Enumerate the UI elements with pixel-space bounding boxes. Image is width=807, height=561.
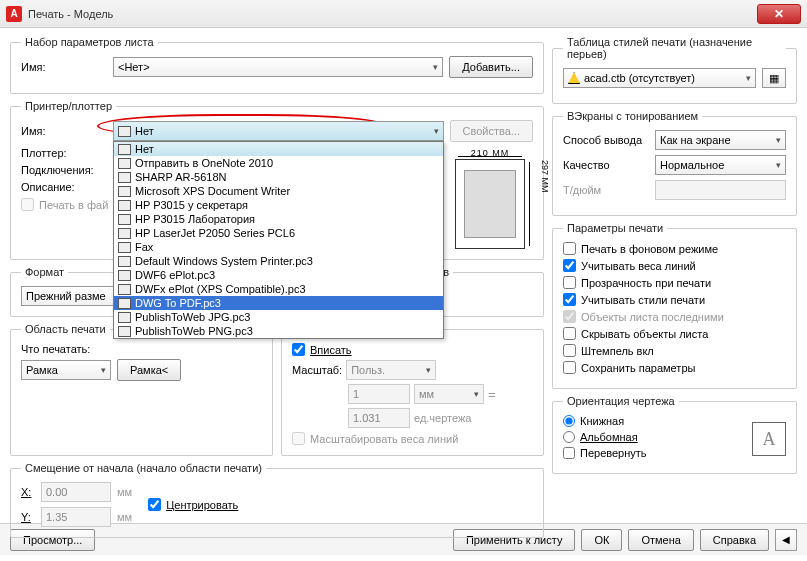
y-label: Y: — [21, 511, 35, 523]
dropdown-item[interactable]: DWFx ePlot (XPS Compatible).pc3 — [114, 282, 443, 296]
area-legend: Область печати — [21, 323, 110, 335]
printer-icon — [118, 214, 131, 225]
warning-icon — [568, 72, 580, 84]
print-options-group: Параметры печати Печать в фоновом режиме… — [552, 222, 797, 389]
dropdown-item[interactable]: PublishToWeb PNG.pc3 — [114, 324, 443, 338]
plotter-label: Плоттер: — [21, 147, 107, 159]
scale-lineweights-checkbox: Масштабировать веса линий — [292, 432, 533, 445]
close-button[interactable]: ✕ — [757, 4, 801, 24]
landscape-radio[interactable]: Альбомная — [563, 431, 744, 443]
print-option-checkbox[interactable]: Учитывать веса линий — [563, 259, 786, 272]
fit-checkbox[interactable]: Вписать — [292, 343, 533, 356]
printer-icon — [118, 158, 131, 169]
paper-preview: 210 MM 297 MM — [455, 159, 525, 249]
dropdown-item[interactable]: HP P3015 у секретаря — [114, 198, 443, 212]
cancel-button[interactable]: Отмена — [628, 529, 693, 551]
dropdown-item[interactable]: Отправить в OneNote 2010 — [114, 156, 443, 170]
scale-group: штао печат Вписать Масштаб: Польз. 1 мм … — [281, 323, 544, 456]
printer-icon — [118, 312, 131, 323]
dropdown-item[interactable]: SHARP AR-5618N — [114, 170, 443, 184]
paper-height: 297 MM — [540, 160, 550, 248]
scale-unit-input: 1 — [348, 384, 410, 404]
printer-combo[interactable]: Нет — [113, 121, 444, 141]
frame-button[interactable]: Рамка< — [117, 359, 181, 381]
shade-mode-label: Способ вывода — [563, 134, 649, 146]
dropdown-item[interactable]: Default Windows System Printer.pc3 — [114, 254, 443, 268]
dropdown-item-selected[interactable]: DWG To PDF.pc3 — [114, 296, 443, 310]
print-options-legend: Параметры печати — [563, 222, 667, 234]
add-page-setup-button[interactable]: Добавить... — [449, 56, 533, 78]
printer-icon — [118, 256, 131, 267]
printer-icon — [118, 186, 131, 197]
plot-area-combo[interactable]: Рамка — [21, 360, 111, 380]
description-label: Описание: — [21, 181, 107, 193]
dpi-input — [655, 180, 786, 200]
x-offset-input: 0.00 — [41, 482, 111, 502]
printer-icon — [118, 298, 131, 309]
printer-properties-button: Свойства... — [450, 120, 533, 142]
dropdown-item[interactable]: HP P3015 Лаборатория — [114, 212, 443, 226]
printer-group: Принтер/плоттер Имя: Нет Нет Отправить в… — [10, 100, 544, 260]
reverse-checkbox[interactable]: Перевернуть — [563, 447, 744, 459]
page-setup-combo[interactable]: <Нет> — [113, 57, 443, 77]
print-option-checkbox[interactable]: Печать в фоновом режиме — [563, 242, 786, 255]
shaded-viewport-group: ВЭкраны с тонированием Способ выводаКак … — [552, 110, 797, 216]
plot-styles-group: Таблица стилей печати (назначение перьев… — [552, 36, 797, 104]
quality-label: Качество — [563, 159, 649, 171]
page-setup-group: Набор параметров листа Имя: <Нет> Добави… — [10, 36, 544, 94]
page-setup-legend: Набор параметров листа — [21, 36, 158, 48]
printer-icon — [118, 144, 131, 155]
orientation-group: Ориентация чертежа Книжная Альбомная Пер… — [552, 395, 797, 474]
shade-mode-combo[interactable]: Как на экране — [655, 130, 786, 150]
dropdown-item[interactable]: PublishToWeb JPG.pc3 — [114, 310, 443, 324]
scale-combo: Польз. — [346, 360, 436, 380]
print-option-checkbox: Объекты листа последними — [563, 310, 786, 323]
dpi-label: Т/дюйм — [563, 184, 649, 196]
print-option-checkbox[interactable]: Учитывать стили печати — [563, 293, 786, 306]
connection-label: Подключения: — [21, 164, 107, 176]
printer-legend: Принтер/плоттер — [21, 100, 116, 112]
collapse-button[interactable]: ◀ — [775, 529, 797, 551]
printer-icon — [118, 284, 131, 295]
help-button[interactable]: Справка — [700, 529, 769, 551]
page-setup-name-label: Имя: — [21, 61, 107, 73]
plot-style-edit-button[interactable]: ▦ — [762, 68, 786, 88]
dropdown-item[interactable]: HP LaserJet P2050 Series PCL6 — [114, 226, 443, 240]
viewport-legend: ВЭкраны с тонированием — [563, 110, 702, 122]
printer-icon — [118, 200, 131, 211]
print-option-checkbox[interactable]: Штемпель вкл — [563, 344, 786, 357]
y-unit: мм — [117, 511, 132, 523]
dropdown-item[interactable]: Microsoft XPS Document Writer — [114, 184, 443, 198]
x-unit: мм — [117, 486, 132, 498]
printer-icon — [118, 326, 131, 337]
drawing-unit-label: ед.чертежа — [414, 412, 471, 424]
center-checkbox[interactable]: Центрировать — [148, 498, 238, 511]
orientation-preview-icon: A — [752, 422, 786, 456]
styles-legend: Таблица стилей печати (назначение перьев… — [563, 36, 786, 60]
ok-button[interactable]: ОК — [581, 529, 622, 551]
printer-icon — [118, 228, 131, 239]
offset-group: Смещение от начала (начало области печат… — [10, 462, 544, 538]
printer-icon — [118, 242, 131, 253]
titlebar: A Печать - Модель ✕ — [0, 0, 807, 28]
print-option-checkbox[interactable]: Скрывать объекты листа — [563, 327, 786, 340]
what-to-print-label: Что печатать: — [21, 343, 262, 355]
dropdown-item[interactable]: Fax — [114, 240, 443, 254]
scale-unit-combo: мм — [414, 384, 484, 404]
print-option-checkbox[interactable]: Прозрачность при печати — [563, 276, 786, 289]
plot-style-combo[interactable]: acad.ctb (отсутствует) — [563, 68, 756, 88]
dropdown-item[interactable]: Нет — [114, 142, 443, 156]
dropdown-item[interactable]: DWF6 ePlot.pc3 — [114, 268, 443, 282]
scale-label: Масштаб: — [292, 364, 342, 376]
printer-icon — [118, 172, 131, 183]
printer-icon — [118, 270, 131, 281]
quality-combo[interactable]: Нормальное — [655, 155, 786, 175]
printer-name-label: Имя: — [21, 125, 107, 137]
format-legend: Формат — [21, 266, 68, 278]
x-label: X: — [21, 486, 35, 498]
print-option-checkbox[interactable]: Сохранить параметры — [563, 361, 786, 374]
printer-dropdown[interactable]: Нет Отправить в OneNote 2010 SHARP AR-56… — [113, 141, 444, 339]
plot-area-group: Область печати Что печатать: Рамка Рамка… — [10, 323, 273, 456]
portrait-radio[interactable]: Книжная — [563, 415, 744, 427]
orientation-legend: Ориентация чертежа — [563, 395, 679, 407]
